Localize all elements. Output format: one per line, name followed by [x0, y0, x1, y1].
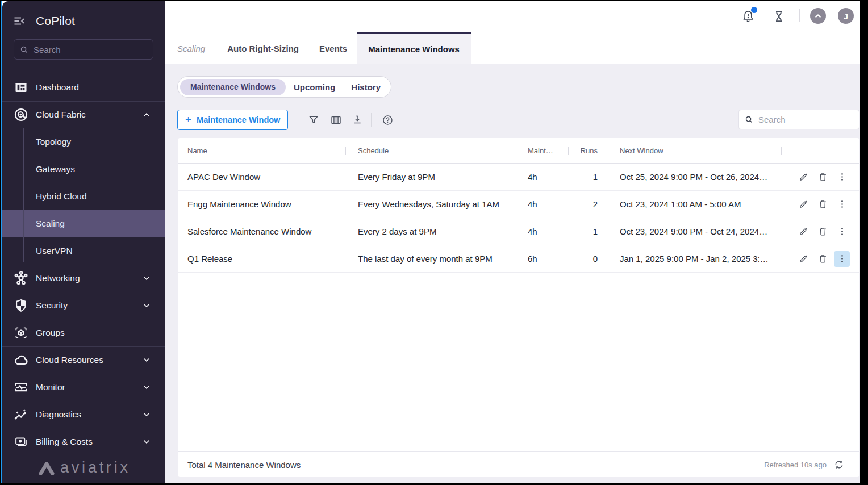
cell-runs: 1 — [568, 172, 610, 182]
table-row: Salesforce Maintenance Window Every 2 da… — [178, 218, 859, 245]
sidebar-item-gateways[interactable]: Gateways — [2, 156, 165, 183]
column-header-schedule[interactable]: Schedule — [345, 147, 518, 155]
chevron-down-icon — [142, 437, 151, 446]
column-separator — [518, 147, 518, 155]
cell-actions — [781, 224, 859, 240]
sidebar-item-label: Dashboard — [36, 82, 79, 93]
user-avatar[interactable]: J — [838, 8, 854, 24]
kebab-menu-icon — [837, 172, 848, 182]
sidebar-divider — [2, 346, 165, 347]
sidebar-item-topology[interactable]: Topology — [2, 128, 165, 156]
tab-auto-right-sizing[interactable]: Auto Right-Sizing — [227, 32, 299, 64]
cell-maint: 6h — [518, 254, 568, 264]
subtab-maintenance-windows[interactable]: Maintenance Windows — [180, 79, 286, 95]
tab-maintenance-windows[interactable]: Maintenance Windows — [357, 32, 471, 64]
column-separator — [610, 147, 610, 155]
dashboard-icon — [14, 80, 28, 95]
add-maintenance-window-button[interactable]: + Maintenance Window — [177, 110, 288, 130]
aviatrix-logo-mark — [37, 459, 56, 476]
cell-schedule: The last day of every month at 9PM — [345, 254, 518, 264]
sidebar-item-label: Topology — [36, 137, 71, 147]
columns-button[interactable] — [329, 113, 343, 127]
delete-button[interactable] — [815, 224, 831, 240]
sidebar-item-cloud-fabric[interactable]: Cloud Fabric — [2, 101, 165, 128]
cell-name: Engg Maintenance Window — [178, 199, 345, 209]
cell-runs: 0 — [568, 254, 610, 264]
cell-next-window: Oct 23, 2024 9:00 PM - Oct 24, 2024… — [610, 227, 781, 236]
sidebar-item-label: Monitor — [36, 382, 65, 392]
sidebar-item-diagnostics[interactable]: Diagnostics — [2, 401, 165, 428]
column-header-next-window[interactable]: Next Window — [610, 147, 781, 155]
edit-button[interactable] — [795, 224, 811, 240]
sidebar-search-input[interactable] — [34, 45, 136, 55]
cloud-resources-icon — [14, 353, 28, 367]
sidebar-item-hybrid-cloud[interactable]: Hybrid Cloud — [2, 183, 165, 210]
cell-maint: 4h — [518, 227, 568, 236]
sidebar: CoPilot Dashboard — [2, 1, 165, 483]
column-separator — [568, 147, 569, 155]
row-menu-button[interactable] — [834, 224, 850, 240]
column-header-name[interactable]: Name — [178, 147, 345, 155]
help-button[interactable] — [381, 113, 394, 127]
sidebar-item-billing[interactable]: Billing & Costs — [2, 428, 165, 455]
table-search[interactable] — [738, 110, 859, 129]
app-window: CoPilot Dashboard — [2, 1, 860, 483]
tab-events[interactable]: Events — [319, 32, 347, 64]
sidebar-divider — [2, 101, 165, 102]
edit-button[interactable] — [795, 169, 811, 185]
whats-new-button[interactable] — [810, 8, 826, 24]
sidebar-item-dashboard[interactable]: Dashboard — [2, 74, 165, 101]
download-button[interactable] — [350, 113, 364, 127]
sidebar-item-groups[interactable]: Groups — [2, 319, 165, 346]
refresh-button[interactable] — [833, 459, 845, 470]
chevron-down-icon — [142, 383, 151, 392]
sidebar-item-networking[interactable]: Networking — [2, 265, 165, 292]
sidebar-item-label: Scaling — [36, 219, 65, 229]
delete-button[interactable] — [815, 169, 831, 185]
toolbar-divider — [371, 113, 372, 127]
sidebar-item-monitor[interactable]: Monitor — [2, 374, 165, 401]
row-menu-button[interactable] — [834, 251, 850, 267]
cell-next-window: Oct 23, 2024 1:00 AM - 5:00 AM — [610, 199, 781, 209]
trash-icon — [817, 172, 828, 182]
sidebar-item-label: Hybrid Cloud — [36, 191, 87, 202]
cell-name: APAC Dev Window — [178, 172, 345, 182]
row-menu-button[interactable] — [834, 169, 850, 185]
cell-name: Q1 Release — [178, 254, 345, 264]
notifications-button[interactable] — [741, 9, 756, 24]
chevron-up-icon — [142, 110, 151, 119]
column-header-maint[interactable]: Maint… — [518, 147, 568, 155]
subtab-upcoming[interactable]: Upcoming — [286, 79, 343, 95]
table-search-input[interactable] — [758, 115, 849, 124]
sidebar-search[interactable] — [14, 39, 153, 60]
sidebar-item-scaling[interactable]: Scaling — [2, 210, 165, 237]
tasks-button[interactable] — [772, 10, 786, 23]
kebab-menu-icon — [837, 199, 848, 210]
sidebar-item-uservpn[interactable]: UserVPN — [2, 237, 165, 265]
row-menu-button[interactable] — [834, 196, 850, 212]
sidebar-item-security[interactable]: Security — [2, 292, 165, 319]
cell-runs: 1 — [568, 227, 610, 236]
column-header-runs[interactable]: Runs — [568, 147, 610, 155]
sidebar-item-cloud-resources[interactable]: Cloud Resources — [2, 346, 165, 374]
delete-button[interactable] — [815, 251, 831, 267]
edit-button[interactable] — [795, 196, 811, 212]
cell-schedule: Every Wednesdays, Saturday at 1AM — [345, 199, 518, 209]
tab-scaling[interactable]: Scaling — [177, 32, 205, 64]
edit-button[interactable] — [795, 251, 811, 267]
subtab-history[interactable]: History — [343, 79, 389, 95]
hourglass-icon — [772, 10, 786, 23]
top-bar: J Scaling Auto Right-Sizing Events Maint… — [165, 1, 860, 64]
table-body: APAC Dev Window Every Friday at 9PM 4h 1… — [178, 164, 859, 451]
delete-button[interactable] — [815, 196, 831, 212]
sidebar-item-label: Diagnostics — [36, 409, 81, 420]
cell-actions — [781, 251, 859, 267]
filter-button[interactable] — [307, 113, 320, 127]
table-footer: Total 4 Maintenance Windows Refreshed 10… — [178, 451, 859, 477]
help-icon — [382, 114, 394, 126]
cell-next-window: Jan 1, 2025 9:00 PM - Jan 2, 2025 3:… — [610, 254, 781, 264]
subtab-group: Maintenance Windows Upcoming History — [177, 76, 391, 98]
refreshed-status: Refreshed 10s ago — [764, 461, 827, 469]
menu-collapse-button[interactable] — [12, 14, 26, 28]
filter-icon — [308, 114, 319, 126]
